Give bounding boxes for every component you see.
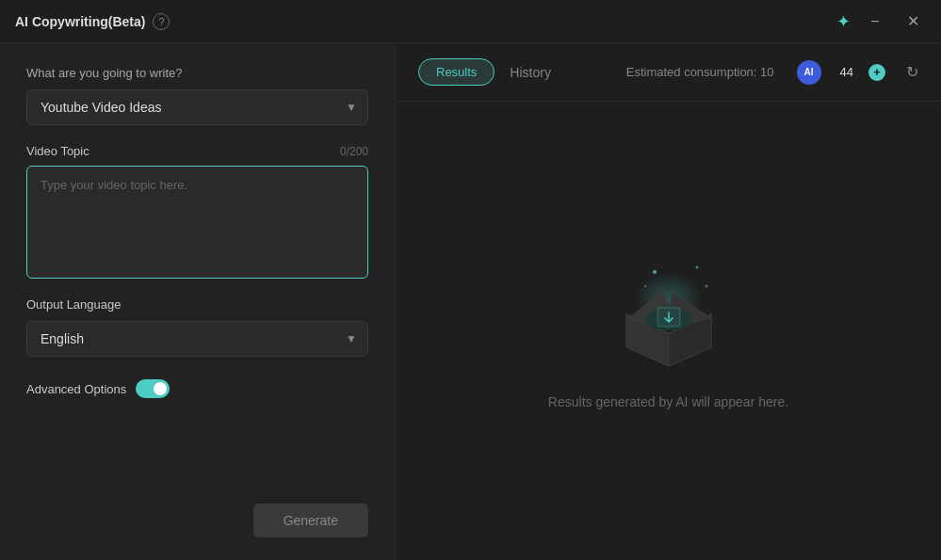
language-dropdown-wrapper: English Spanish French German ▼ bbox=[26, 321, 368, 357]
dropdown-wrapper: Youtube Video Ideas Blog Post Product De… bbox=[26, 89, 368, 125]
star-icon: ✦ bbox=[836, 11, 851, 32]
add-credits-button[interactable]: + bbox=[868, 64, 885, 81]
section-label: What are you going to write? bbox=[26, 66, 368, 80]
video-topic-label: Video Topic bbox=[26, 144, 89, 158]
app-window: AI Copywriting(Beta) ? ✦ − ✕ What are yo… bbox=[0, 0, 941, 560]
svg-point-3 bbox=[705, 284, 707, 287]
video-topic-header: Video Topic 0/200 bbox=[26, 144, 368, 158]
language-select[interactable]: English Spanish French German bbox=[26, 321, 368, 357]
toggle-knob bbox=[154, 382, 167, 395]
right-panel: Results History Estimated consumption: 1… bbox=[396, 43, 941, 560]
advanced-options-row: Advanced Options bbox=[26, 379, 368, 398]
video-topic-input[interactable] bbox=[26, 166, 368, 279]
title-bar-left: AI Copywriting(Beta) ? bbox=[15, 13, 170, 30]
svg-point-1 bbox=[653, 270, 657, 274]
advanced-options-toggle[interactable] bbox=[136, 379, 170, 398]
empty-state-text: Results generated by AI will appear here… bbox=[548, 394, 788, 409]
title-bar-right: ✦ − ✕ bbox=[836, 8, 926, 35]
output-language-label: Output Language bbox=[26, 297, 368, 312]
app-title: AI Copywriting(Beta) bbox=[15, 14, 145, 29]
tab-results[interactable]: Results bbox=[418, 58, 495, 86]
results-body: Results generated by AI will appear here… bbox=[396, 102, 941, 560]
title-bar: AI Copywriting(Beta) ? ✦ − ✕ bbox=[0, 0, 941, 43]
svg-point-4 bbox=[644, 285, 646, 287]
svg-point-2 bbox=[695, 265, 698, 268]
results-header: Results History Estimated consumption: 1… bbox=[396, 43, 941, 102]
credit-count: 44 bbox=[840, 65, 853, 79]
help-icon[interactable]: ? bbox=[153, 13, 170, 30]
close-button[interactable]: ✕ bbox=[900, 8, 926, 35]
content-type-select[interactable]: Youtube Video Ideas Blog Post Product De… bbox=[26, 89, 368, 125]
estimated-consumption: Estimated consumption: 10 bbox=[626, 65, 774, 79]
content-area: What are you going to write? Youtube Vid… bbox=[0, 43, 941, 560]
char-count: 0/200 bbox=[340, 145, 368, 158]
advanced-options-label: Advanced Options bbox=[26, 382, 126, 396]
refresh-button[interactable]: ↻ bbox=[906, 63, 918, 81]
minimize-button[interactable]: − bbox=[862, 8, 888, 35]
empty-state-illustration bbox=[603, 253, 735, 376]
generate-button[interactable]: Generate bbox=[253, 504, 368, 537]
ai-badge: AI bbox=[797, 60, 821, 85]
left-panel: What are you going to write? Youtube Vid… bbox=[0, 43, 396, 560]
tab-history[interactable]: History bbox=[510, 65, 551, 80]
